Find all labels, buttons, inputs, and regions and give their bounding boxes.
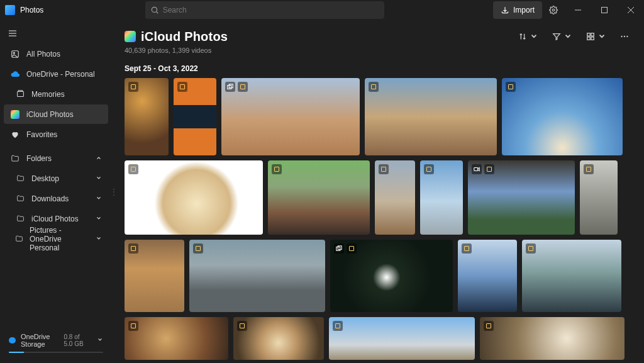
filter-icon [552, 32, 561, 41]
nav-label: OneDrive - Personal [26, 70, 95, 79]
onedrive-cloud-icon [9, 337, 16, 343]
close-button[interactable] [618, 0, 644, 20]
photo-tile[interactable] [468, 160, 575, 235]
photo-tile[interactable] [268, 160, 370, 235]
heart-icon [10, 130, 20, 140]
icloud-icon [10, 109, 20, 120]
photo-tile[interactable] [375, 160, 415, 235]
sync-badge-icon [424, 164, 434, 174]
svg-point-18 [621, 36, 622, 37]
maximize-icon [601, 6, 608, 14]
svg-rect-15 [591, 33, 594, 36]
photo-tile[interactable] [174, 78, 216, 155]
import-button[interactable]: Import [493, 1, 542, 19]
sync-badge-icon [128, 164, 138, 174]
import-label: Import [513, 6, 535, 14]
photo-tile[interactable] [365, 78, 497, 155]
sync-badge-icon [238, 82, 248, 92]
sync-badge-icon [128, 82, 138, 92]
photo-tile[interactable] [125, 240, 184, 312]
svg-rect-14 [587, 33, 590, 36]
search-input[interactable] [163, 6, 379, 14]
svg-point-11 [13, 52, 14, 53]
photo-tile[interactable] [580, 160, 618, 235]
photo-tile[interactable] [189, 240, 325, 312]
storage-label: OneDrive Storage [21, 333, 59, 348]
folder-pictures-onedrive[interactable]: Pictures - OneDrive Personal [4, 229, 108, 249]
photo-grid[interactable] [125, 78, 631, 363]
photo-count-text: 40,639 photos, 1,399 videos [125, 47, 631, 54]
folder-label: Desktop [31, 174, 59, 183]
sync-badge-icon [128, 321, 138, 331]
nav-folders-header[interactable]: Folders [4, 148, 108, 168]
view-button[interactable] [584, 28, 609, 45]
svg-rect-13 [18, 91, 23, 92]
svg-point-19 [624, 36, 625, 37]
photo-tile[interactable] [458, 240, 517, 312]
gallery-icon [10, 49, 20, 59]
storage-panel[interactable]: OneDrive Storage 0.8 of 5.0 GB [0, 327, 112, 363]
nav-favorites[interactable]: Favorites [4, 125, 108, 144]
minimize-button[interactable] [565, 0, 591, 20]
filter-button[interactable] [550, 28, 575, 45]
photo-tile[interactable] [125, 160, 263, 235]
photo-tile[interactable] [125, 78, 169, 155]
grid-view-icon [586, 32, 595, 41]
app-name: Photos [20, 6, 43, 14]
chevron-down-icon [530, 32, 538, 41]
app-icon [5, 5, 15, 15]
sync-badge-icon [506, 82, 516, 92]
photo-tile[interactable] [125, 317, 228, 360]
svg-point-2 [552, 9, 555, 11]
sync-badge-icon [584, 164, 594, 174]
photo-tile[interactable] [330, 240, 453, 312]
photo-tile[interactable] [329, 317, 475, 360]
nav-onedrive[interactable]: OneDrive - Personal [4, 64, 108, 84]
photo-tile[interactable] [522, 240, 621, 312]
hamburger-icon [8, 28, 18, 38]
nav-label: Favorites [26, 130, 57, 139]
more-icon [620, 32, 629, 41]
search-box[interactable] [145, 1, 384, 19]
folder-icon [15, 194, 25, 204]
hamburger-button[interactable] [0, 23, 25, 44]
chevron-down-icon [96, 174, 102, 183]
photo-tile[interactable] [502, 78, 623, 155]
folder-downloads[interactable]: Downloads [4, 189, 108, 208]
burst-badge-icon [334, 243, 344, 254]
settings-button[interactable] [542, 0, 565, 20]
nav-label: iCloud Photos [26, 110, 74, 119]
folder-icon [15, 174, 25, 184]
folder-icon [15, 234, 23, 244]
folder-label: Pictures - OneDrive Personal [30, 226, 89, 252]
svg-line-1 [156, 12, 158, 14]
maximize-button[interactable] [591, 0, 618, 20]
sync-badge-icon [526, 243, 536, 254]
more-button[interactable] [618, 28, 631, 45]
sort-button[interactable] [516, 28, 541, 45]
photo-tile[interactable] [480, 317, 625, 360]
sync-badge-icon [369, 82, 379, 92]
nav-icloud-photos[interactable]: iCloud Photos [4, 104, 108, 124]
minimize-icon [574, 6, 582, 14]
svg-rect-23 [474, 168, 478, 171]
chevron-down-icon [97, 337, 103, 344]
storage-bar [9, 352, 103, 353]
photo-tile[interactable] [221, 78, 360, 155]
page-title: iCloud Photos [141, 30, 228, 44]
folder-label: Downloads [31, 194, 69, 203]
svg-rect-10 [12, 50, 19, 57]
nav-memories[interactable]: Memories [4, 84, 108, 104]
sync-badge-icon [237, 321, 247, 331]
svg-rect-12 [17, 91, 23, 96]
chevron-down-icon [96, 215, 102, 223]
sync-badge-icon [128, 243, 138, 254]
photo-tile[interactable] [420, 160, 463, 235]
folder-desktop[interactable]: Desktop [4, 169, 108, 188]
nav-all-photos[interactable]: All Photos [4, 44, 108, 64]
gear-icon [549, 6, 558, 14]
sync-badge-icon [347, 243, 357, 254]
photo-tile[interactable] [233, 317, 324, 360]
sync-badge-icon [379, 164, 389, 174]
folder-icon [15, 214, 25, 224]
